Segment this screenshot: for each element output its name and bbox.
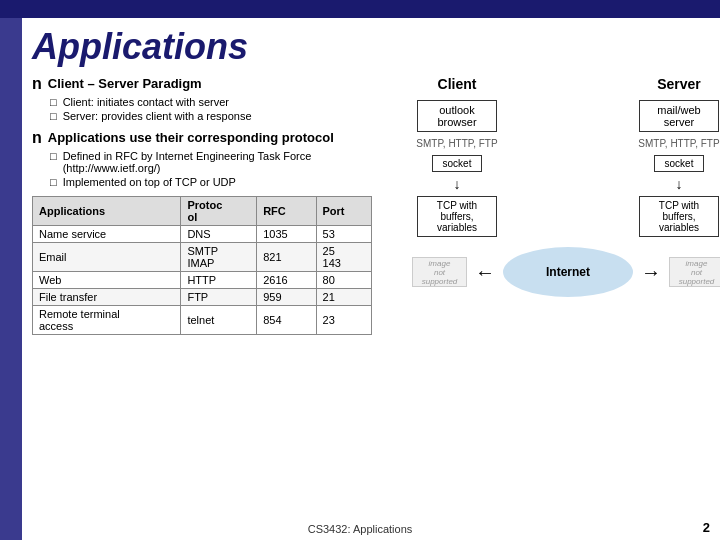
subbullet-1-2-text: Server: provides client with a response (63, 110, 252, 122)
bullet2-marker: n (32, 130, 42, 146)
cell-proto: telnet (181, 306, 257, 335)
cell-app: File transfer (33, 289, 181, 306)
col-port: Port (316, 197, 371, 226)
bullet2-subbullets: □ Defined in RFC by Internet Engineering… (50, 150, 402, 188)
col-rfc: RFC (257, 197, 316, 226)
table-row: Web HTTP 2616 80 (33, 272, 372, 289)
bullet1-marker: n (32, 76, 42, 92)
bullet1-title: Client – Server Paradigm (48, 76, 202, 91)
server-protocol-label: SMTP, HTTP, FTP (638, 138, 719, 149)
col-applications: Applications (33, 197, 181, 226)
page-number: 2 (703, 520, 710, 535)
cell-app: Name service (33, 226, 181, 243)
left-bar (0, 18, 22, 540)
cell-proto: FTP (181, 289, 257, 306)
cell-proto: HTTP (181, 272, 257, 289)
bullet1-section: n Client – Server Paradigm (32, 76, 402, 92)
applications-table: Applications Protocol RFC Port Name serv… (32, 196, 372, 335)
down-arrow-icon: ↓ (676, 176, 683, 192)
down-arrow-icon: ↓ (454, 176, 461, 192)
table-row: Remote terminalaccess telnet 854 23 (33, 306, 372, 335)
subbullet-2-2-text: Implemented on top of TCP or UDP (63, 176, 236, 188)
cell-rfc: 2616 (257, 272, 316, 289)
client-title: Client (438, 76, 477, 92)
top-bar (0, 0, 720, 18)
left-image-placeholder: imagenotsupported (412, 257, 467, 287)
internet-cloud: Internet (503, 247, 633, 297)
right-column: Client outlookbrowser SMTP, HTTP, FTP so… (412, 76, 720, 335)
subbullet-2-2: □ Implemented on top of TCP or UDP (50, 176, 402, 188)
table-row: Name service DNS 1035 53 (33, 226, 372, 243)
footer-caption: CS3432: Applications (308, 523, 413, 535)
cell-port: 23 (316, 306, 371, 335)
square-icon: □ (50, 110, 57, 122)
server-socket-box: socket (654, 155, 705, 172)
internet-label: Internet (546, 265, 590, 279)
subbullet-2-1: □ Defined in RFC by Internet Engineering… (50, 150, 402, 174)
square-icon: □ (50, 96, 57, 108)
subbullet-1-1: □ Client: initiates contact with server (50, 96, 402, 108)
bullet2-title: Applications use their corresponding pro… (48, 130, 334, 145)
client-tcp-box: TCP withbuffers,variables (417, 196, 497, 237)
subbullet-1-2: □ Server: provides client with a respons… (50, 110, 402, 122)
server-column: Server mail/webserver SMTP, HTTP, FTP so… (634, 76, 720, 237)
client-column: Client outlookbrowser SMTP, HTTP, FTP so… (412, 76, 502, 237)
cell-port: 80 (316, 272, 371, 289)
diagram-top-row: Client outlookbrowser SMTP, HTTP, FTP so… (412, 76, 720, 237)
cell-rfc: 854 (257, 306, 316, 335)
cell-rfc: 821 (257, 243, 316, 272)
cell-app: Email (33, 243, 181, 272)
left-column: n Client – Server Paradigm □ Client: ini… (32, 76, 402, 335)
server-title: Server (657, 76, 701, 92)
square-icon: □ (50, 150, 57, 174)
subbullet-1-1-text: Client: initiates contact with server (63, 96, 229, 108)
cell-port: 25143 (316, 243, 371, 272)
client-socket-box: socket (432, 155, 483, 172)
cell-app: Web (33, 272, 181, 289)
cell-proto: DNS (181, 226, 257, 243)
bullet1-subbullets: □ Client: initiates contact with server … (50, 96, 402, 122)
server-app-box: mail/webserver (639, 100, 719, 132)
cell-port: 53 (316, 226, 371, 243)
content-layout: n Client – Server Paradigm □ Client: ini… (32, 76, 710, 335)
cell-app: Remote terminalaccess (33, 306, 181, 335)
bullet2-section: n Applications use their corresponding p… (32, 130, 402, 146)
subbullet-2-1-text: Defined in RFC by Internet Engineering T… (63, 150, 402, 174)
server-tcp-box: TCP withbuffers,variables (639, 196, 719, 237)
client-protocol-label: SMTP, HTTP, FTP (416, 138, 497, 149)
cell-rfc: 1035 (257, 226, 316, 243)
right-arrow-icon: → (641, 261, 661, 284)
page-title: Applications (32, 26, 710, 68)
left-arrow-icon: ← (475, 261, 495, 284)
cell-proto: SMTPIMAP (181, 243, 257, 272)
client-app-box: outlookbrowser (417, 100, 497, 132)
main-content: Applications n Client – Server Paradigm … (22, 18, 720, 540)
table-row: Email SMTPIMAP 821 25143 (33, 243, 372, 272)
table-row: File transfer FTP 959 21 (33, 289, 372, 306)
cell-port: 21 (316, 289, 371, 306)
right-image-placeholder: imagenotsupported (669, 257, 720, 287)
col-protocol: Protocol (181, 197, 257, 226)
square-icon: □ (50, 176, 57, 188)
internet-row: imagenotsupported ← Internet → imagenots… (412, 247, 720, 297)
cell-rfc: 959 (257, 289, 316, 306)
